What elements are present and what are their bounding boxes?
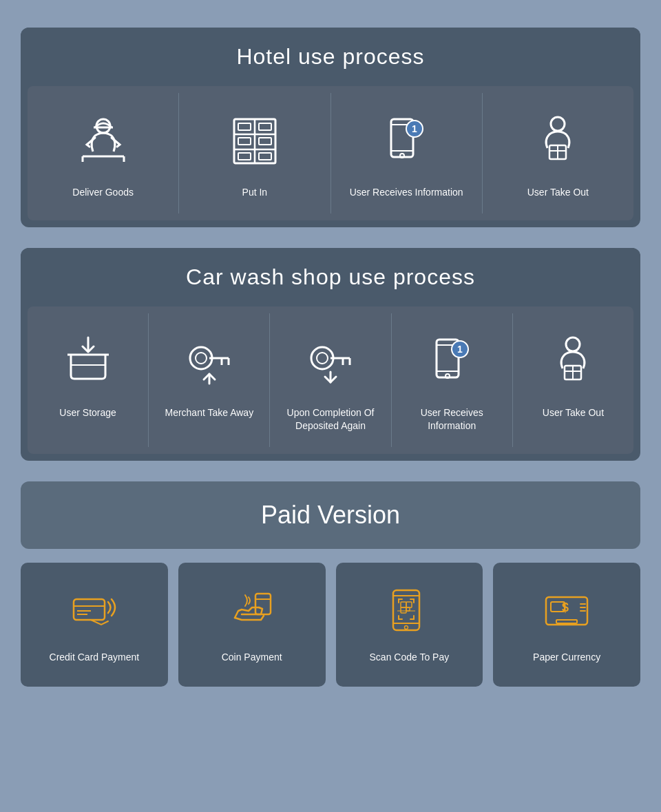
svg-point-28 [190,347,212,369]
paid-item-credit-card: Credit Card Payment [21,563,168,687]
svg-point-35 [317,353,328,364]
hotel-section: Hotel use process [21,28,640,227]
storage-tray-icon [54,327,123,396]
hotel-item-notify: 1 User Receives Information [331,93,483,214]
carwash-items: User Storage Merchant Take Away [28,306,633,454]
svg-rect-13 [238,153,251,160]
carwash-item-deposit: Upon Completion Of Deposited Again [270,313,391,447]
svg-text:$: $ [562,601,569,614]
svg-point-43 [445,374,450,378]
svg-rect-71 [556,620,577,623]
svg-point-0 [96,119,110,133]
svg-rect-61 [406,602,412,607]
takeout-label: User Take Out [527,186,589,200]
carwash-item-notify: 1 User Receives Information [392,313,513,447]
carwash-title: Car wash shop use process [37,264,624,290]
svg-point-34 [311,347,333,369]
hotel-item-takeout: User Take Out [483,93,633,214]
merchant-takeaway-label: Merchant Take Away [165,406,253,420]
credit-card-icon [67,583,122,638]
svg-rect-12 [259,138,271,145]
svg-rect-50 [74,599,105,620]
paid-section: Paid Version Credit Card [21,481,640,687]
paid-header: Paid Version [21,481,640,549]
svg-rect-9 [238,123,251,130]
svg-text:1: 1 [457,344,463,355]
svg-point-46 [566,337,580,351]
carwash-notify-label: User Receives Information [399,406,505,433]
carwash-takeout-label: User Take Out [543,406,604,420]
svg-rect-10 [259,123,271,130]
paid-items: Credit Card Payment Coin Payment [21,563,640,687]
svg-rect-62 [401,607,406,613]
notify-icon: 1 [372,107,441,176]
hotel-item-deliver: Deliver Goods [28,93,179,214]
svg-rect-54 [255,594,271,614]
coin-payment-icon [224,583,280,638]
put-in-icon [220,107,289,176]
carwash-item-merchant: Merchant Take Away [149,313,270,447]
carwash-header: Car wash shop use process [21,248,640,306]
carwash-section: Car wash shop use process User Storage [21,248,640,461]
hotel-title: Hotel use process [37,44,624,70]
svg-point-29 [196,353,207,364]
deliver-goods-label: Deliver Goods [72,186,134,200]
svg-point-21 [551,117,565,131]
carwash-notify-icon: 1 [417,327,486,396]
storage-label: User Storage [59,406,116,420]
coin-payment-label: Coin Payment [222,651,282,665]
paid-item-coin: Coin Payment [178,563,326,687]
key-down-icon [296,327,365,396]
scan-pay-icon [381,583,437,638]
paper-currency-label: Paper Currency [533,651,600,665]
svg-text:1: 1 [412,123,417,134]
hotel-header: Hotel use process [21,28,640,86]
svg-rect-60 [401,602,406,607]
paid-item-scan: Scan Code To Pay [336,563,483,687]
credit-card-label: Credit Card Payment [50,651,140,665]
carwash-takeout-icon [538,327,607,396]
deliver-goods-icon [69,107,138,176]
paid-title: Paid Version [40,501,621,530]
svg-rect-14 [259,153,271,160]
carwash-item-takeout: User Take Out [513,313,633,447]
notify-label: User Receives Information [350,186,463,200]
hotel-item-putin: Put In [179,93,330,214]
paid-item-paper: $ Paper Currency [493,563,640,687]
scan-pay-label: Scan Code To Pay [370,651,450,665]
svg-rect-11 [238,138,251,145]
paper-currency-icon: $ [539,583,594,638]
hotel-items: Deliver Goods [28,86,633,220]
deposit-label: Upon Completion Of Deposited Again [277,406,384,433]
put-in-label: Put In [242,186,268,200]
key-up-icon [175,327,244,396]
svg-point-59 [405,625,408,629]
carwash-item-storage: User Storage [28,313,149,447]
takeout-icon [523,107,592,176]
svg-point-18 [400,154,404,158]
